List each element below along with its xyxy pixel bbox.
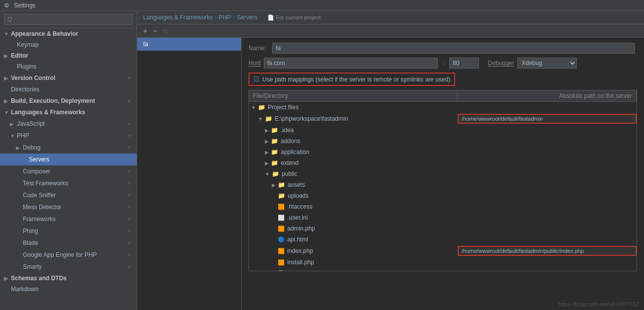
tree-row[interactable]: ▼📁E:\phpworkspace\fastadmin/home/wwwroot…	[249, 113, 637, 125]
tree-right-13[interactable]: /home/wwwroot/default/fastadmin/public/i…	[458, 246, 637, 256]
sidebar-item-javascript[interactable]: JavaScript↗	[0, 118, 137, 130]
sidebar-item-phing[interactable]: Phing↗	[0, 225, 137, 237]
breadcrumb-part-3[interactable]: Servers	[237, 14, 257, 21]
sidebar-item-markdown[interactable]: Markdown	[0, 284, 137, 295]
tree-right-9[interactable]	[458, 206, 637, 208]
name-row: Name:	[248, 43, 637, 54]
php-file-icon: 🟧	[278, 259, 285, 266]
title-bar: ⚙ Settings	[0, 0, 644, 11]
sidebar-item-composer[interactable]: Composer↗	[0, 165, 137, 177]
sidebar-item-servers[interactable]: Servers↗	[0, 154, 137, 165]
closed-arrow: ▶	[265, 150, 269, 155]
tree-right-5[interactable]	[458, 162, 637, 164]
sidebar-item-schemas-and-dtds[interactable]: Schemas and DTDs	[0, 273, 137, 284]
tree-row[interactable]: ▶📄robots.txt	[249, 268, 637, 271]
sidebar-label-debug: Debug	[23, 144, 123, 151]
sidebar-item-mess-detector[interactable]: Mess Detector↗	[0, 201, 137, 213]
tree-row[interactable]: ▶📁application	[249, 147, 637, 157]
tree-row[interactable]: ▶🟧index.php/home/wwwroot/default/fastadm…	[249, 245, 637, 257]
sidebar-label-blade: Blade	[23, 239, 123, 246]
external-link-icon-blade: ↗	[125, 239, 133, 247]
tree-right-1[interactable]: /home/wwwroot/default/fastadmin	[458, 114, 637, 124]
tree-row[interactable]: ▶🟧install.php	[249, 257, 637, 268]
copy-button[interactable]: ⧉	[161, 26, 170, 35]
path-mapping-checkbox-row[interactable]: ☑ Use path mappings (select if the serve…	[248, 73, 455, 86]
sidebar-label-version-control: Version Control	[11, 75, 123, 81]
tree-right-7[interactable]	[458, 184, 637, 186]
tree-left-11: ▶🟧admin.php	[249, 225, 458, 232]
arrow-version-control	[4, 76, 9, 81]
breadcrumb-sep-1: ›	[215, 14, 217, 21]
tree-row[interactable]: ▶🟧.htaccess	[249, 201, 637, 212]
sidebar-item-appearance[interactable]: Appearance & Behavior	[0, 28, 137, 39]
sidebar-item-editor[interactable]: Editor	[0, 50, 137, 61]
sidebar-item-google-app-engine[interactable]: Google App Engine for PHP↗	[0, 249, 137, 261]
tree-row[interactable]: ▶🟧admin.php	[249, 223, 637, 234]
external-link-icon-smarty: ↗	[125, 263, 133, 271]
tree-left-14: ▶🟧install.php	[249, 259, 458, 266]
add-button[interactable]: +	[141, 26, 149, 35]
port-input[interactable]	[449, 58, 479, 69]
tree-row[interactable]: ▼📁public	[249, 168, 637, 179]
tree-right-11[interactable]	[458, 228, 637, 230]
debugger-select[interactable]: Xdebug Zend Debugger	[517, 58, 577, 69]
tree-row[interactable]: ▼📁Project files	[249, 102, 637, 113]
tree-left-6: ▼📁public	[249, 170, 458, 177]
tree-right-3[interactable]	[458, 140, 637, 142]
tree-row[interactable]: ▶📁.idea	[249, 125, 637, 136]
tree-row[interactable]: ▶📁extend	[249, 157, 637, 168]
external-link-icon-mess-detector: ↗	[125, 203, 133, 211]
sidebar-item-plugins[interactable]: Plugins	[0, 61, 137, 72]
tree-row[interactable]: ▶📁uploads	[249, 190, 637, 201]
tree-right-12[interactable]	[458, 238, 637, 240]
sidebar-item-keymap[interactable]: Keymap	[0, 39, 137, 50]
sidebar-item-smarty[interactable]: Smarty↗	[0, 261, 137, 273]
tree-right-10[interactable]	[458, 217, 637, 219]
tree-row[interactable]: ▶🔵api.html	[249, 234, 637, 245]
external-link-icon-google-app-engine: ↗	[125, 251, 133, 259]
txt-file-icon: 📄	[278, 270, 285, 271]
sidebar-item-frameworks[interactable]: Frameworks↗	[0, 213, 137, 225]
debugger-label: Debugger	[488, 60, 514, 67]
tree-right-6[interactable]	[458, 173, 637, 175]
tree-left-8: ▶📁uploads	[249, 192, 458, 199]
name-input[interactable]	[272, 43, 635, 54]
search-input[interactable]	[4, 14, 133, 25]
sidebar-item-test-frameworks[interactable]: Test Frameworks↗	[0, 177, 137, 189]
search-box[interactable]	[0, 11, 137, 28]
arrow-editor	[4, 53, 9, 59]
tree-left-12: ▶🔵api.html	[249, 236, 458, 243]
server-list-item-fa[interactable]: fa	[137, 38, 241, 51]
tree-right-0[interactable]	[458, 106, 637, 108]
content-area: Languages & Frameworks › PHP › Servers 📄…	[137, 11, 644, 310]
sidebar-label-google-app-engine: Google App Engine for PHP	[23, 251, 123, 258]
tree-row[interactable]: ▶📁assets	[249, 179, 637, 190]
sidebar-item-build[interactable]: Build, Execution, Deployment↗	[0, 95, 137, 107]
sidebar-item-blade[interactable]: Blade↗	[0, 237, 137, 249]
sidebar-label-javascript: JavaScript	[17, 120, 123, 127]
folder-icon: 📁	[258, 104, 265, 111]
sidebar-item-php[interactable]: PHP↗	[0, 130, 137, 142]
sidebar-item-code-sniffer[interactable]: Code Sniffer↗	[0, 189, 137, 201]
remove-button[interactable]: −	[151, 26, 159, 35]
breadcrumb-part-1[interactable]: Languages & Frameworks	[143, 14, 213, 21]
tree-item-label: application	[281, 149, 309, 155]
sidebar-item-version-control[interactable]: Version Control↗	[0, 72, 137, 84]
folder-icon: 📁	[271, 127, 278, 134]
move-button[interactable]: ↕	[172, 26, 179, 35]
sidebar-item-debug[interactable]: Debug↗	[0, 142, 137, 154]
breadcrumb-part-2[interactable]: PHP	[219, 14, 231, 21]
sidebar-item-directories[interactable]: Directories	[0, 84, 137, 95]
host-group: Host : Debugger Xdebug Zend Debugger	[248, 58, 637, 69]
tree-left-7: ▶📁assets	[249, 181, 458, 188]
tree-row[interactable]: ▶⬜.user.ini	[249, 212, 637, 223]
php-file-icon: 🟧	[278, 226, 285, 232]
tree-row[interactable]: ▶📁addons	[249, 136, 637, 147]
tree-right-2[interactable]	[458, 129, 637, 131]
host-input[interactable]	[264, 58, 438, 69]
sidebar-item-lang-frameworks[interactable]: Languages & Frameworks	[0, 107, 137, 118]
tree-right-4[interactable]	[458, 151, 637, 153]
tree-right-14[interactable]	[458, 261, 637, 263]
tree-right-8[interactable]	[458, 195, 637, 197]
tree-item-label: index.php	[287, 247, 313, 254]
